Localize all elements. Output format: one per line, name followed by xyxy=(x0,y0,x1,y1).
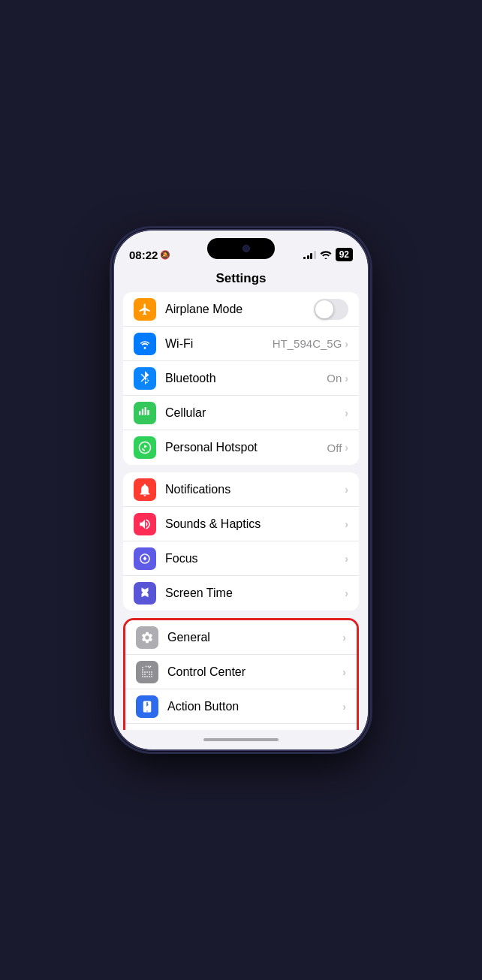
control-center-icon xyxy=(136,661,158,683)
signal-bar-3 xyxy=(310,253,312,259)
airplane-mode-toggle[interactable] xyxy=(314,299,348,320)
time-display: 08:22 xyxy=(129,249,158,261)
focus-label: Focus xyxy=(165,552,345,565)
row-bluetooth[interactable]: Bluetooth On › xyxy=(123,361,359,396)
row-focus[interactable]: Focus › xyxy=(123,541,359,576)
cellular-label: Cellular xyxy=(165,406,345,420)
hotspot-icon xyxy=(134,436,156,459)
sounds-icon xyxy=(134,513,156,535)
hotspot-chevron: › xyxy=(345,442,348,454)
wifi-icon xyxy=(320,250,332,259)
action-button-icon xyxy=(136,695,158,718)
action-button-label: Action Button xyxy=(167,700,342,713)
row-action-button[interactable]: Action Button › xyxy=(125,689,357,724)
row-sounds-haptics[interactable]: Sounds & Haptics › xyxy=(123,507,359,541)
screen-time-label: Screen Time xyxy=(165,586,345,600)
section-connectivity: Airplane Mode Wi-Fi HT_594C_5G › xyxy=(123,292,359,465)
action-button-chevron: › xyxy=(342,701,346,713)
signal-bar-4 xyxy=(314,251,316,259)
wifi-value: HT_594C_5G xyxy=(273,337,342,350)
row-cellular[interactable]: Cellular › xyxy=(123,396,359,430)
wifi-settings-icon xyxy=(134,333,156,355)
row-screen-time[interactable]: Screen Time › xyxy=(123,576,359,611)
signal-bars-icon xyxy=(303,250,316,259)
settings-scroll-area[interactable]: Airplane Mode Wi-Fi HT_594C_5G › xyxy=(114,292,368,730)
notifications-label: Notifications xyxy=(165,483,345,496)
dynamic-island xyxy=(207,238,275,259)
airplane-mode-label: Airplane Mode xyxy=(165,303,314,316)
cellular-chevron: › xyxy=(345,407,348,419)
signal-bar-1 xyxy=(303,257,306,259)
screen-time-chevron: › xyxy=(345,587,348,599)
phone-frame: 08:22 🔕 92 xyxy=(113,229,369,751)
sounds-chevron: › xyxy=(345,518,348,530)
row-control-center[interactable]: Control Center › xyxy=(125,655,357,689)
home-indicator xyxy=(114,730,368,749)
row-airplane-mode[interactable]: Airplane Mode xyxy=(123,292,359,327)
toggle-knob xyxy=(315,300,333,318)
phone-screen: 08:22 🔕 92 xyxy=(114,231,368,749)
control-center-chevron: › xyxy=(342,666,346,678)
notifications-icon xyxy=(134,478,156,501)
bell-icon: 🔕 xyxy=(160,250,170,260)
screen-time-icon xyxy=(134,582,156,605)
hotspot-label: Personal Hotspot xyxy=(165,441,327,454)
camera-dot xyxy=(243,245,250,252)
general-icon xyxy=(136,626,158,649)
wifi-chevron: › xyxy=(345,338,348,350)
focus-icon xyxy=(134,547,156,570)
general-chevron: › xyxy=(342,632,346,644)
page-title: Settings xyxy=(114,268,368,292)
focus-chevron: › xyxy=(345,553,348,565)
battery-icon: 92 xyxy=(336,248,353,261)
status-icons: 92 xyxy=(303,248,353,261)
row-general[interactable]: General › xyxy=(125,620,357,655)
signal-bar-2 xyxy=(307,255,309,259)
notifications-chevron: › xyxy=(345,484,348,496)
home-bar xyxy=(203,738,279,741)
power-button[interactable] xyxy=(368,328,369,364)
airplane-mode-icon xyxy=(134,298,156,321)
hotspot-value: Off xyxy=(327,442,342,454)
row-display-brightness[interactable]: Display & Brightness › xyxy=(125,724,357,730)
bluetooth-value: On xyxy=(327,372,342,384)
row-notifications[interactable]: Notifications › xyxy=(123,472,359,507)
sounds-label: Sounds & Haptics xyxy=(165,517,345,531)
section-notifications: Notifications › Sounds & Haptics › xyxy=(123,472,359,611)
battery-level: 92 xyxy=(339,249,349,260)
wifi-label: Wi-Fi xyxy=(165,337,273,351)
general-label: General xyxy=(167,631,342,644)
bluetooth-label: Bluetooth xyxy=(165,372,327,385)
status-time: 08:22 🔕 xyxy=(129,249,170,261)
control-center-label: Control Center xyxy=(167,665,342,679)
section-system: General › Control Center › xyxy=(123,618,359,730)
bluetooth-icon xyxy=(134,367,156,390)
row-personal-hotspot[interactable]: Personal Hotspot Off › xyxy=(123,430,359,465)
cellular-icon xyxy=(134,402,156,424)
row-wifi[interactable]: Wi-Fi HT_594C_5G › xyxy=(123,327,359,361)
bluetooth-chevron: › xyxy=(345,372,348,384)
